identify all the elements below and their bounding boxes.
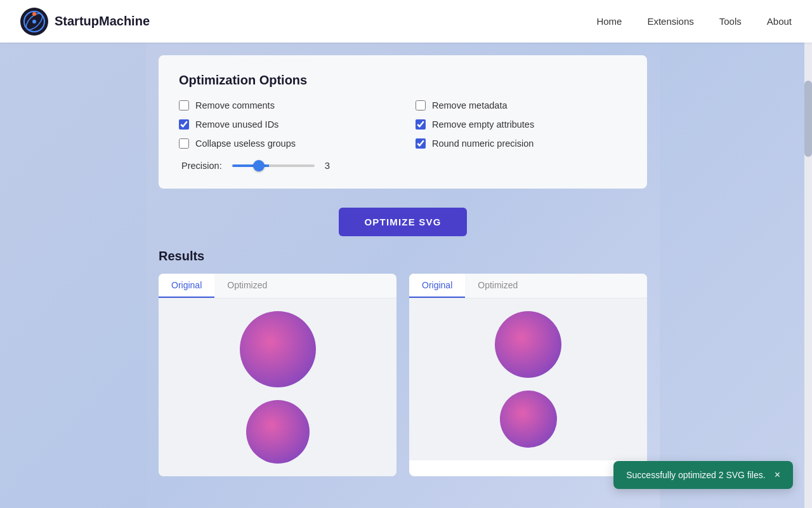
result-tabs-2: Original Optimized [409,274,647,298]
page-body: Optimization Options Remove comments Rem… [0,43,812,508]
precision-label: Precision: [181,161,222,171]
tab-original-2[interactable]: Original [409,274,465,298]
options-card: Optimization Options Remove comments Rem… [159,55,647,189]
result-preview-1 [159,298,396,476]
option-round-numeric[interactable]: Round numeric precision [416,138,627,149]
optimize-button[interactable]: OPTIMIZE SVG [339,208,466,236]
result-tabs-1: Original Optimized [159,274,396,298]
checkbox-remove-comments[interactable] [179,100,189,110]
checkbox-round-numeric[interactable] [416,138,426,149]
checkbox-remove-empty-attrs[interactable] [416,119,426,130]
result-card-2: Original Optimized [409,274,647,476]
nav-home[interactable]: Home [596,16,622,27]
svg-point-3 [32,12,36,16]
result-card-1: Original Optimized [159,274,396,476]
tab-optimized-2[interactable]: Optimized [465,274,530,298]
scrollbar-track[interactable] [804,43,812,508]
toast-notification: Successfully optimized 2 SVG files. × [613,461,793,489]
checkbox-remove-metadata[interactable] [416,100,426,110]
navbar: StartupMachine Home Extensions Tools Abo… [0,0,812,43]
svg-preview-circle-large-2 [495,311,561,378]
precision-row: Precision: 3 [179,160,627,171]
option-label-remove-metadata: Remove metadata [432,100,507,110]
nav-links: Home Extensions Tools About [596,16,792,27]
option-remove-comments[interactable]: Remove comments [179,100,390,110]
option-label-remove-empty-attrs: Remove empty attributes [432,119,534,130]
sidebar-right [660,43,812,508]
sidebar-left [0,43,146,508]
results-section: Results Original Optimized Or [159,249,647,476]
svg-point-4 [32,20,36,23]
nav-about[interactable]: About [767,16,792,27]
nav-tools[interactable]: Tools [719,16,742,27]
option-collapse-groups[interactable]: Collapse useless groups [179,138,390,149]
brand-logo-icon [20,8,48,36]
brand-name: StartupMachine [55,14,150,29]
optimize-btn-row: OPTIMIZE SVG [159,208,647,236]
options-title: Optimization Options [179,73,627,88]
results-title: Results [159,249,647,264]
tab-optimized-1[interactable]: Optimized [214,274,280,298]
option-remove-empty-attrs[interactable]: Remove empty attributes [416,119,627,130]
brand: StartupMachine [20,8,596,36]
svg-preview-circle-small-2 [500,391,557,448]
svg-preview-circle-large-1 [240,311,316,387]
option-remove-metadata[interactable]: Remove metadata [416,100,627,110]
toast-close-button[interactable]: × [775,470,780,480]
option-label-round-numeric: Round numeric precision [432,138,534,149]
option-label-remove-unused-ids: Remove unused IDs [195,119,278,130]
options-grid: Remove comments Remove metadata Remove u… [179,100,627,149]
toast-message: Successfully optimized 2 SVG files. [626,470,765,480]
result-preview-2 [409,298,647,460]
checkbox-collapse-groups[interactable] [179,138,189,149]
nav-extensions[interactable]: Extensions [647,16,693,27]
results-grid: Original Optimized Original Optimized [159,274,647,476]
option-label-collapse-groups: Collapse useless groups [195,138,296,149]
tab-original-1[interactable]: Original [159,274,214,298]
option-remove-unused-ids[interactable]: Remove unused IDs [179,119,390,130]
scrollbar-thumb[interactable] [804,81,812,157]
option-label-remove-comments: Remove comments [195,100,275,110]
precision-value: 3 [325,160,330,171]
main-content: Optimization Options Remove comments Rem… [146,43,660,508]
precision-slider[interactable] [232,164,315,167]
checkbox-remove-unused-ids[interactable] [179,119,189,130]
svg-preview-circle-small-1 [246,400,310,464]
